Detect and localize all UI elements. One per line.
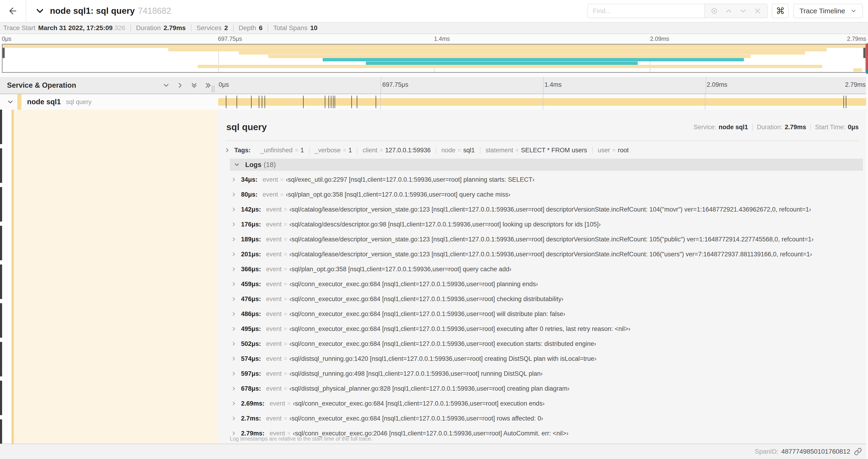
tag-item: _unfinished = 1 bbox=[255, 147, 310, 154]
log-row[interactable]: 459μs: event = ‹sql/conn_executor_exec.g… bbox=[230, 276, 863, 292]
chevron-right-icon bbox=[231, 400, 237, 406]
find-input[interactable] bbox=[588, 4, 704, 18]
axis-gridline bbox=[543, 94, 543, 110]
tag-equals: = bbox=[612, 147, 615, 154]
log-timestamp: 486μs: bbox=[241, 310, 261, 318]
minimap-tick-label: 0μs bbox=[2, 35, 11, 42]
log-equals: = bbox=[284, 206, 287, 213]
tags-accordion[interactable]: Tags: _unfinished = 1 _verbose = 1 clien… bbox=[224, 144, 854, 157]
expand-one-button[interactable] bbox=[176, 81, 184, 89]
log-row[interactable]: 476μs: event = ‹sql/conn_executor_exec.g… bbox=[230, 292, 863, 306]
log-marker-tick bbox=[265, 96, 265, 108]
axis-tick-label: 1.4ms bbox=[545, 81, 562, 88]
find-buttons bbox=[704, 4, 768, 18]
tag-equals: = bbox=[295, 147, 298, 154]
log-row[interactable]: 142μs: event = ‹sql/catalog/lease/descri… bbox=[230, 202, 863, 217]
log-row[interactable]: 366μs: event = ‹sql/plan_opt.go:358 [nsq… bbox=[230, 262, 863, 276]
log-row[interactable]: 2.69ms: event = ‹sql/conn_executor_exec.… bbox=[230, 396, 863, 411]
minimap-span-bar bbox=[239, 51, 805, 55]
detail-divider bbox=[226, 140, 859, 141]
minimap-span-bar bbox=[366, 62, 638, 65]
log-row[interactable]: 597μs: event = ‹sql/distsql_running.go:4… bbox=[230, 366, 863, 381]
log-field-value: ‹sql/plan_opt.go:358 [nsql1,client=127.0… bbox=[286, 191, 510, 198]
link-icon[interactable] bbox=[854, 448, 862, 456]
arrow-left-icon bbox=[8, 6, 18, 16]
locate-button[interactable] bbox=[707, 5, 721, 17]
log-row[interactable]: 34μs: event = ‹sql/exec_util.go:2297 [ns… bbox=[230, 172, 863, 187]
view-dropdown-button[interactable]: Trace Timeline bbox=[793, 4, 863, 18]
back-button[interactable] bbox=[0, 0, 26, 22]
log-row[interactable]: 495μs: event = ‹sql/conn_executor_exec.g… bbox=[230, 321, 863, 336]
log-row[interactable]: 486μs: event = ‹sql/conn_executor_exec.g… bbox=[230, 306, 863, 321]
span-row[interactable]: node sql1 sql query bbox=[0, 94, 868, 110]
minimap-tick-label: 697.75μs bbox=[218, 35, 242, 42]
log-field-value: ‹sql/conn_executor_exec.go:684 [nsql1,cl… bbox=[289, 296, 563, 303]
logs-accordion-header[interactable]: Logs (18) bbox=[230, 159, 863, 171]
summary-divider bbox=[268, 25, 268, 31]
meta-label: Start Time: bbox=[815, 124, 846, 131]
log-timestamp: 2.7ms: bbox=[241, 415, 261, 422]
tag-equals: = bbox=[343, 147, 346, 154]
log-row[interactable]: 574μs: event = ‹sql/distsql_running.go:1… bbox=[230, 351, 863, 366]
keyboard-shortcuts-button[interactable]: ⌘ bbox=[772, 4, 789, 18]
log-equals: = bbox=[284, 221, 287, 228]
left-scroll-indicator[interactable] bbox=[0, 110, 2, 444]
tag-item: client = 127.0.0.1:59936 bbox=[358, 147, 436, 154]
summary-divider bbox=[191, 25, 191, 31]
axis-tick-label: 0μs bbox=[219, 81, 229, 88]
log-field-key: event bbox=[266, 355, 282, 362]
trace-summary-bar: Trace StartMarch 31 2022, 17:25:09.326Du… bbox=[0, 22, 868, 34]
log-field-value: ‹sql/catalog/lease/descriptor_version_st… bbox=[289, 251, 812, 258]
log-timestamp: 502μs: bbox=[241, 340, 261, 348]
log-field-value: ‹sql/catalog/lease/descriptor_version_st… bbox=[289, 236, 814, 243]
find-next-button[interactable] bbox=[736, 5, 750, 17]
log-field-value: ‹sql/conn_executor_exec.go:684 [nsql1,cl… bbox=[293, 400, 545, 407]
log-row[interactable]: 201μs: event = ‹sql/catalog/lease/descri… bbox=[230, 247, 863, 262]
right-scrollbar[interactable] bbox=[866, 34, 868, 459]
log-row[interactable]: 678μs: event = ‹sql/distsql_physical_pla… bbox=[230, 381, 863, 396]
expand-all-button[interactable] bbox=[204, 81, 212, 89]
collapse-all-button[interactable] bbox=[190, 81, 198, 89]
collapse-one-button[interactable] bbox=[162, 81, 170, 89]
tags-label: Tags: bbox=[234, 147, 251, 154]
log-marker-tick bbox=[226, 96, 226, 108]
log-equals: = bbox=[284, 311, 287, 317]
minimap-span-bar bbox=[853, 68, 862, 72]
find-clear-button[interactable] bbox=[750, 5, 765, 17]
chevron-down-icon bbox=[234, 161, 240, 168]
axis-gridline bbox=[706, 77, 706, 94]
axis-gridline bbox=[380, 77, 381, 94]
log-equals: = bbox=[284, 356, 287, 362]
log-row[interactable]: 176μs: event = ‹sql/catalog/descs/descri… bbox=[230, 217, 863, 232]
log-timestamp: 80μs: bbox=[241, 191, 257, 198]
chevron-down-icon bbox=[739, 7, 747, 15]
log-field-key: event bbox=[266, 206, 282, 213]
log-marker-tick bbox=[237, 96, 237, 108]
page-title: node sql1: sql query7418682 bbox=[50, 6, 171, 16]
log-row[interactable]: 502μs: event = ‹sql/conn_executor_exec.g… bbox=[230, 336, 863, 351]
find-prev-button[interactable] bbox=[721, 5, 736, 17]
chevron-right-icon bbox=[231, 236, 237, 242]
summary-value: 2.79ms bbox=[163, 24, 186, 32]
span-collapse-chevron[interactable] bbox=[6, 98, 14, 106]
minimap-span-bar bbox=[268, 55, 751, 58]
log-timestamp: 495μs: bbox=[241, 325, 261, 333]
column-resize-handle[interactable] bbox=[212, 85, 217, 92]
collapse-trace-chevron[interactable] bbox=[34, 6, 45, 16]
log-timestamp: 201μs: bbox=[241, 251, 261, 258]
axis-tick-label: 697.75μs bbox=[382, 81, 408, 88]
summary-label: Duration bbox=[136, 24, 161, 32]
log-field-value: ‹sql/catalog/descs/descriptor.go:98 [nsq… bbox=[289, 221, 600, 228]
log-row[interactable]: 80μs: event = ‹sql/plan_opt.go:358 [nsql… bbox=[230, 187, 863, 202]
chevron-right-icon bbox=[231, 386, 237, 392]
log-field-key: event bbox=[263, 191, 278, 198]
chevron-right-icon bbox=[176, 81, 184, 89]
trace-timeline-page: node sql1: sql query7418682 bbox=[0, 0, 868, 459]
summary-value: 2 bbox=[224, 24, 228, 32]
log-row[interactable]: 189μs: event = ‹sql/catalog/lease/descri… bbox=[230, 232, 863, 247]
minimap-canvas[interactable] bbox=[2, 44, 866, 73]
span-track[interactable] bbox=[218, 94, 867, 110]
summary-value: March 31 2022, 17:25:09.326 bbox=[38, 24, 125, 32]
tag-key: node bbox=[441, 147, 456, 154]
log-row[interactable]: 2.7ms: event = ‹sql/conn_executor_exec.g… bbox=[230, 411, 863, 426]
